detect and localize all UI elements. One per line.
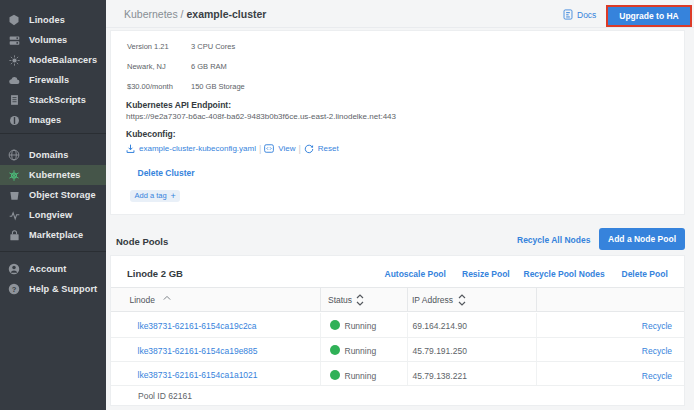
- svg-text:?: ?: [12, 285, 17, 294]
